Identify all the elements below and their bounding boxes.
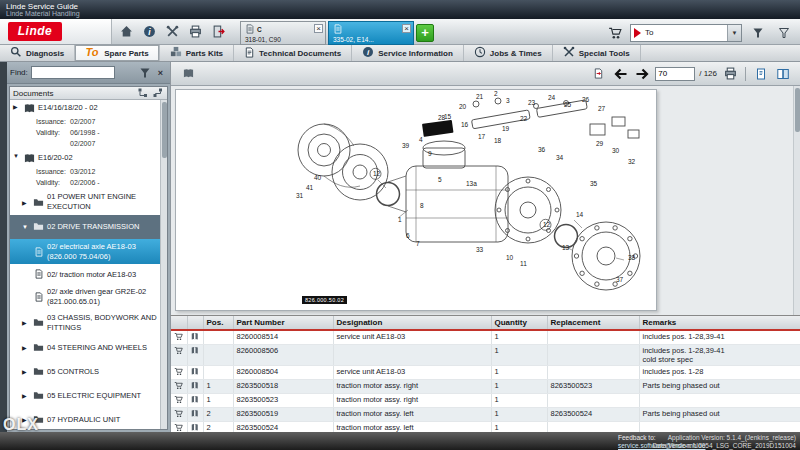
table-row-8263500523[interactable]: 18263500523traction motor assy. right1: [171, 394, 800, 408]
filter-outline-icon[interactable]: [773, 22, 794, 43]
doc-tab-318-01-c90[interactable]: C318-01, C90×: [240, 21, 326, 45]
warning-plate: [422, 120, 454, 137]
diagram-callout-22: 22: [520, 115, 528, 122]
tab-service-information[interactable]: iService Information: [352, 45, 464, 61]
add-to-cart-icon[interactable]: [171, 408, 187, 422]
tree-group-01-power-unit-engine-execution[interactable]: ▶01 POWER UNIT ENGINE EXECUTION: [10, 189, 160, 215]
tree-group-03-chassis-bodywork-and-fittin[interactable]: ▶03 CHASSIS, BODYWORK AND FITTINGS: [10, 310, 160, 336]
previous-page-button[interactable]: [611, 65, 629, 83]
add-to-cart-icon[interactable]: [171, 394, 187, 408]
doc-tab-335-02-e14[interactable]: 335-02, E14...×: [328, 21, 414, 45]
tree-item-02-axle-driven-gear-gr2e-02-82[interactable]: 02/ axle driven gear GR2E-02 (821.000.65…: [10, 284, 160, 310]
diagram-callout-12: 12: [373, 170, 381, 177]
expand-triangle-icon[interactable]: ▶: [22, 392, 30, 399]
cell-part-number: 8263500518: [233, 380, 333, 394]
tree-group-02-drive-transmission[interactable]: ▼02 DRIVE TRANSMISSION: [10, 215, 160, 239]
new-tab-button[interactable]: +: [416, 24, 434, 42]
page-number-input[interactable]: [655, 67, 695, 81]
single-page-view-icon[interactable]: [752, 65, 770, 83]
add-to-cart-icon[interactable]: [171, 366, 187, 380]
diagram-callout-35: 35: [590, 180, 598, 187]
expand-tree-icon[interactable]: [136, 87, 149, 100]
folder-icon: [33, 342, 44, 353]
collapse-triangle-icon[interactable]: ▼: [22, 224, 30, 230]
catalog-link-icon[interactable]: [187, 408, 203, 422]
exit-icon[interactable]: [208, 21, 229, 42]
filter-icon[interactable]: [747, 22, 768, 43]
tree-node-label: 02/ electrical axle AE18-03 (826.000 75.…: [47, 242, 158, 262]
tree-group-04-steering-and-wheels[interactable]: ▶04 STEERING AND WHEELS: [10, 335, 160, 359]
diagram-callout-30: 30: [612, 147, 620, 154]
svg-text:To: To: [86, 46, 99, 58]
catalog-link-icon[interactable]: [187, 366, 203, 380]
next-page-button[interactable]: [633, 65, 651, 83]
expand-triangle-icon[interactable]: ▶: [22, 344, 30, 351]
tab-technical-documents[interactable]: Technical Documents: [234, 45, 352, 61]
facing-pages-view-icon[interactable]: [774, 65, 792, 83]
print-icon[interactable]: [185, 21, 206, 42]
add-to-cart-icon[interactable]: [171, 345, 187, 366]
table-row-8263500518[interactable]: 18263500518traction motor assy. right182…: [171, 380, 800, 394]
goto-page-icon[interactable]: [589, 65, 607, 83]
tree-group-05-electric-equipment[interactable]: ▶05 ELECTRIC EQUIPMENT: [10, 383, 160, 407]
add-to-cart-icon[interactable]: [171, 330, 187, 345]
expand-triangle-icon[interactable]: ▶: [13, 103, 21, 110]
add-to-cart-icon[interactable]: [171, 422, 187, 433]
diagram-callout-32: 32: [628, 158, 636, 165]
chevron-down-icon[interactable]: ▼: [727, 25, 741, 41]
tree-doc-e16-20-02[interactable]: ▼E16/20-02: [10, 150, 160, 167]
viewer-scrollbar[interactable]: [793, 86, 800, 315]
viewer-scrollbar-thumb[interactable]: [795, 88, 800, 132]
tab-spare-parts[interactable]: ToSpare Parts: [75, 45, 159, 61]
tree-doc-e14-16-18-20-02[interactable]: ▶E14/16/18/20 - 02: [10, 100, 160, 117]
catalog-link-icon[interactable]: [187, 330, 203, 345]
collapse-tree-icon[interactable]: [151, 87, 164, 100]
tree-node-label: E16/20-02: [38, 153, 73, 163]
catalog-link-icon[interactable]: [187, 394, 203, 408]
find-clear-icon[interactable]: ×: [154, 66, 167, 79]
close-tab-icon[interactable]: ×: [402, 24, 411, 33]
expand-triangle-icon[interactable]: ▶: [22, 199, 30, 206]
cell-designation: traction motor assy. right: [333, 394, 491, 408]
tab-parts-kits[interactable]: Parts Kits: [160, 45, 234, 61]
catalog-link-icon[interactable]: [187, 345, 203, 366]
tab-jobs-times[interactable]: Jobs & Times: [464, 45, 553, 61]
tab-special-tools[interactable]: Special Tools: [553, 45, 641, 61]
find-input[interactable]: [31, 66, 115, 79]
tab-diagnosis[interactable]: Diagnosis: [0, 45, 75, 61]
table-row-8260008504[interactable]: 8260008504service unit AE18-031includes …: [171, 366, 800, 380]
column-header-pos: Pos.: [203, 316, 233, 330]
diagram-callout-14: 14: [576, 211, 584, 218]
catalog-link-icon[interactable]: [187, 380, 203, 394]
table-row-8263500524[interactable]: 28263500524traction motor assy. left1: [171, 422, 800, 433]
tree-scrollbar[interactable]: [160, 100, 167, 429]
drawing-canvas[interactable]: 2123201516232425262722191718284363429303…: [175, 89, 657, 311]
tree-meta-line: Validity:06/1998 -: [10, 128, 160, 139]
close-tab-icon[interactable]: ×: [314, 24, 323, 33]
catalog-icon[interactable]: [179, 65, 197, 83]
cell-pos: 1: [203, 394, 233, 408]
expand-triangle-icon[interactable]: ▶: [22, 368, 30, 375]
diagram-callout-16: 16: [461, 121, 469, 128]
goto-combobox[interactable]: To ▼: [630, 24, 742, 42]
tree-scrollbar-thumb[interactable]: [162, 102, 167, 158]
catalog-link-icon[interactable]: [187, 422, 203, 433]
page-icon: [333, 24, 343, 36]
add-to-cart-icon[interactable]: [171, 380, 187, 394]
table-row-8263500519[interactable]: 28263500519traction motor assy. left1826…: [171, 408, 800, 422]
tools-icon[interactable]: [162, 21, 183, 42]
collapse-triangle-icon[interactable]: ▼: [13, 153, 21, 159]
cell-part-number: 8263500523: [233, 394, 333, 408]
tree-node-label: 04 STEERING AND WHEELS: [47, 343, 147, 353]
table-row-8260008514[interactable]: 8260008514service unit AE18-031includes …: [171, 330, 800, 345]
table-row-8260008506[interactable]: 82600085061includes pos. 1-28,39-41 cold…: [171, 345, 800, 366]
print-drawing-icon[interactable]: [721, 65, 739, 83]
info-icon[interactable]: i: [139, 21, 160, 42]
home-icon[interactable]: [116, 21, 137, 42]
tree-item-02-electrical-axle-ae18-03-826[interactable]: 02/ electrical axle AE18-03 (826.000 75.…: [10, 239, 160, 265]
find-filter-icon[interactable]: [138, 66, 151, 79]
expand-triangle-icon[interactable]: ▶: [22, 319, 30, 326]
tree-item-02-traction-motor-ae18-03[interactable]: 02/ traction motor AE18-03: [10, 264, 160, 284]
cart-icon[interactable]: [604, 22, 625, 43]
tree-group-05-controls[interactable]: ▶05 CONTROLS: [10, 359, 160, 383]
